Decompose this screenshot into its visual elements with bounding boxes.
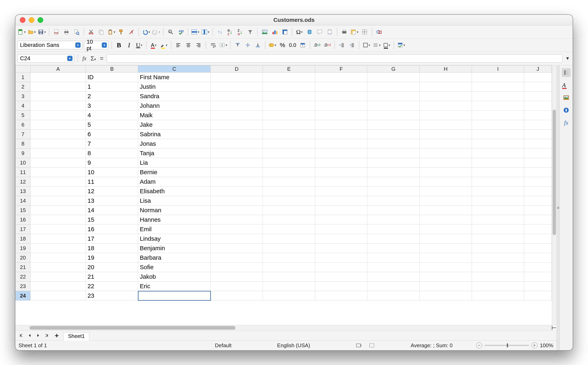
cell[interactable]: 4 bbox=[86, 111, 138, 120]
sidebar-collapse-handle[interactable]: ≡ bbox=[556, 65, 560, 350]
cell[interactable] bbox=[211, 73, 263, 82]
cell[interactable] bbox=[315, 272, 367, 281]
cell[interactable] bbox=[30, 139, 86, 148]
define-print-area-button[interactable] bbox=[340, 28, 349, 36]
valign-bottom-button[interactable] bbox=[254, 41, 262, 49]
row-button[interactable]: ▾ bbox=[191, 28, 199, 36]
hyperlink-button[interactable] bbox=[305, 28, 314, 36]
cell[interactable] bbox=[367, 225, 420, 234]
cell[interactable] bbox=[472, 91, 524, 101]
function-wizard-button[interactable]: fx bbox=[81, 55, 88, 62]
copy-button[interactable] bbox=[97, 28, 105, 36]
cell[interactable] bbox=[315, 263, 367, 272]
cell[interactable] bbox=[315, 111, 367, 120]
cell[interactable] bbox=[30, 234, 86, 244]
clone-formatting-button[interactable] bbox=[117, 28, 126, 36]
cell[interactable] bbox=[30, 148, 86, 158]
row-header[interactable]: 18 bbox=[15, 234, 30, 244]
cell[interactable] bbox=[472, 177, 524, 187]
cell[interactable] bbox=[30, 168, 86, 177]
tabs-last-button[interactable] bbox=[43, 332, 50, 339]
cell[interactable] bbox=[211, 120, 263, 130]
cell[interactable] bbox=[367, 272, 420, 281]
cell[interactable] bbox=[472, 253, 524, 263]
cell[interactable] bbox=[30, 215, 86, 225]
cell[interactable] bbox=[315, 234, 367, 244]
cell[interactable] bbox=[420, 168, 472, 177]
cell[interactable]: Eric bbox=[138, 281, 211, 291]
headers-footers-button[interactable] bbox=[326, 28, 334, 36]
cell[interactable] bbox=[30, 130, 86, 139]
cell[interactable] bbox=[524, 158, 552, 168]
cell[interactable] bbox=[30, 101, 86, 111]
split-window-button[interactable] bbox=[360, 28, 369, 36]
cell[interactable] bbox=[211, 196, 263, 205]
borders-button[interactable]: ▾ bbox=[362, 41, 371, 49]
clear-formatting-button[interactable]: A bbox=[127, 28, 136, 36]
find-replace-button[interactable]: A bbox=[166, 28, 175, 36]
cell[interactable] bbox=[524, 139, 552, 148]
cell[interactable] bbox=[367, 130, 420, 139]
cell[interactable] bbox=[263, 272, 315, 281]
cell[interactable] bbox=[263, 139, 315, 148]
cell[interactable]: Elisabeth bbox=[138, 187, 211, 196]
cell[interactable] bbox=[524, 120, 552, 130]
align-left-button[interactable] bbox=[174, 41, 183, 49]
cell[interactable] bbox=[263, 82, 315, 91]
sidebar-styles-button[interactable]: A bbox=[562, 81, 571, 90]
row-header[interactable]: 11 bbox=[15, 168, 30, 177]
cell[interactable] bbox=[420, 82, 472, 91]
cell[interactable] bbox=[367, 158, 420, 168]
sidebar-properties-button[interactable] bbox=[562, 68, 571, 77]
insert-image-button[interactable] bbox=[260, 28, 269, 36]
cell[interactable] bbox=[211, 187, 263, 196]
cell[interactable] bbox=[524, 281, 552, 291]
cell[interactable]: 23 bbox=[86, 291, 138, 301]
cell[interactable] bbox=[315, 196, 367, 205]
cell[interactable] bbox=[30, 158, 86, 168]
cell[interactable]: 7 bbox=[86, 139, 138, 148]
cell[interactable] bbox=[263, 215, 315, 225]
del-decimal-button[interactable]: .00 bbox=[323, 41, 332, 49]
add-decimal-button[interactable]: .00 bbox=[313, 41, 321, 49]
zoom-control[interactable]: − + 100% bbox=[476, 342, 554, 349]
cell[interactable]: 3 bbox=[86, 101, 138, 111]
cell[interactable]: Sandra bbox=[138, 91, 211, 101]
cell[interactable] bbox=[472, 205, 524, 215]
cell[interactable]: Johann bbox=[138, 101, 211, 111]
cell[interactable] bbox=[263, 91, 315, 101]
cell[interactable] bbox=[315, 205, 367, 215]
cell[interactable]: Sabrina bbox=[138, 130, 211, 139]
cell[interactable] bbox=[524, 234, 552, 244]
cell[interactable] bbox=[263, 263, 315, 272]
cell[interactable] bbox=[524, 187, 552, 196]
underline-button[interactable]: U▾ bbox=[135, 41, 143, 49]
row-header[interactable]: 10 bbox=[15, 158, 30, 168]
row-header[interactable]: 1 bbox=[15, 73, 30, 82]
cell[interactable]: 8 bbox=[86, 148, 138, 158]
insert-pivot-button[interactable] bbox=[281, 28, 289, 36]
spreadsheet-grid[interactable]: ABCDEFGHIJ 1IDFirst Name21Justin32Sandra… bbox=[15, 65, 552, 301]
cell[interactable] bbox=[472, 215, 524, 225]
cell[interactable] bbox=[211, 291, 263, 301]
column-header[interactable]: D bbox=[211, 65, 263, 73]
print-button[interactable] bbox=[62, 28, 71, 36]
cell[interactable] bbox=[524, 168, 552, 177]
cell[interactable] bbox=[315, 82, 367, 91]
cell[interactable]: Sofie bbox=[138, 263, 211, 272]
cell[interactable] bbox=[367, 101, 420, 111]
cell[interactable]: 16 bbox=[86, 225, 138, 234]
increase-indent-button[interactable] bbox=[338, 41, 346, 49]
undo-button[interactable]: ▾ bbox=[142, 28, 150, 36]
column-header[interactable]: F bbox=[315, 65, 367, 73]
cell[interactable] bbox=[367, 205, 420, 215]
cell[interactable]: Hannes bbox=[138, 215, 211, 225]
status-language[interactable]: English (USA) bbox=[277, 342, 310, 349]
currency-button[interactable]: ▾ bbox=[268, 41, 277, 49]
row-header[interactable]: 3 bbox=[15, 91, 30, 101]
cell[interactable] bbox=[367, 91, 420, 101]
select-all-corner[interactable] bbox=[15, 65, 30, 73]
autofilter-button[interactable] bbox=[246, 28, 254, 36]
cell[interactable] bbox=[524, 73, 552, 82]
selection-mode-icon[interactable] bbox=[368, 343, 375, 348]
